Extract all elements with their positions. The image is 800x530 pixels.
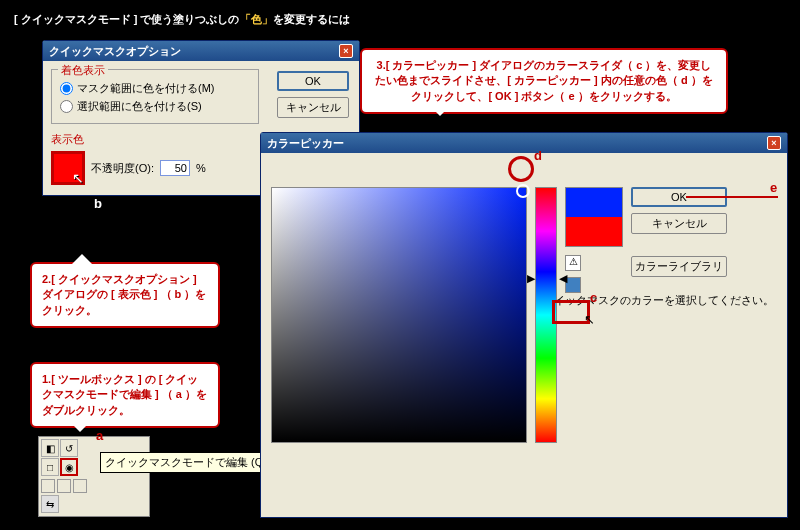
annotation-c-cursor: ↖ bbox=[584, 312, 595, 327]
radio-masked-input[interactable] bbox=[60, 82, 73, 95]
quick-mask-mode-button[interactable]: ◉ bbox=[60, 458, 78, 476]
radio-masked-label: マスク範囲に色を付ける(M) bbox=[77, 81, 215, 96]
quick-mask-tooltip: クイックマスクモードで編集 (Q) bbox=[100, 452, 272, 473]
color-picker-dialog: カラーピッカー × クイックマスクのカラーを選択してください。 ▶◀ ⚠ OK … bbox=[260, 132, 788, 518]
color-libraries-button[interactable]: カラーライブラリ bbox=[631, 256, 727, 277]
callout-2: 2.[ クイックマスクオプション ] ダイアログの [ 表示色 ] （ b ）を… bbox=[30, 262, 220, 328]
toolbox: ◧ ↺ □ ◉ ⇆ bbox=[38, 436, 150, 517]
color-field[interactable] bbox=[271, 187, 527, 443]
radio-selected-areas[interactable]: 選択範囲に色を付ける(S) bbox=[60, 99, 250, 114]
color-swatch[interactable] bbox=[51, 151, 85, 185]
picker-cancel-button[interactable]: キャンセル bbox=[631, 213, 727, 234]
screen-mode-1-icon[interactable] bbox=[41, 479, 55, 493]
gamut-warning-icon[interactable]: ⚠ bbox=[565, 255, 581, 271]
default-colors-icon[interactable]: ↺ bbox=[60, 439, 78, 457]
qmask-cancel-button[interactable]: キャンセル bbox=[277, 97, 349, 118]
badge-c: c bbox=[590, 290, 597, 305]
opacity-input[interactable] bbox=[160, 160, 190, 176]
standard-mode-button[interactable]: □ bbox=[41, 458, 59, 476]
screen-mode-3-icon[interactable] bbox=[73, 479, 87, 493]
new-color-swatch bbox=[566, 188, 622, 217]
websafe-warning-icon[interactable] bbox=[565, 277, 581, 293]
badge-d: d bbox=[534, 148, 542, 163]
radio-masked-areas[interactable]: マスク範囲に色を付ける(M) bbox=[60, 81, 250, 96]
display-color-label: 表示色 bbox=[51, 132, 259, 147]
color-preview bbox=[565, 187, 623, 247]
picker-close-icon[interactable]: × bbox=[767, 136, 781, 150]
callout-1: 1.[ ツールボックス ] の [ クイックマスクモードで編集 ] （ a ）を… bbox=[30, 362, 220, 428]
radio-selected-label: 選択範囲に色を付ける(S) bbox=[77, 99, 202, 114]
radio-selected-input[interactable] bbox=[60, 100, 73, 113]
jump-to-imageready-button[interactable]: ⇆ bbox=[41, 495, 59, 513]
callout-3: 3.[ カラーピッカー ] ダイアログのカラースライダ（ c ）を、変更したい色… bbox=[360, 48, 728, 114]
qmask-title: クイックマスクオプション bbox=[49, 44, 181, 59]
close-icon[interactable]: × bbox=[339, 44, 353, 58]
annotation-e-underline bbox=[686, 196, 778, 198]
badge-b: b bbox=[94, 196, 102, 211]
fg-bg-swatch[interactable]: ◧ bbox=[41, 439, 59, 457]
color-indicates-legend: 着色表示 bbox=[58, 63, 108, 78]
page-title-pre: [ クイックマスクモード ] で使う塗りつぶしの bbox=[14, 13, 240, 25]
badge-e: e bbox=[770, 180, 777, 195]
page-title-post: を変更するには bbox=[273, 13, 350, 25]
qmask-ok-button[interactable]: OK bbox=[277, 71, 349, 91]
picker-title: カラーピッカー bbox=[267, 136, 344, 151]
screen-mode-2-icon[interactable] bbox=[57, 479, 71, 493]
opacity-label: 不透明度(O): bbox=[91, 161, 154, 176]
color-field-cursor[interactable] bbox=[516, 184, 530, 198]
badge-a: a bbox=[96, 428, 103, 443]
annotation-d-ring bbox=[508, 156, 534, 182]
opacity-pct: % bbox=[196, 162, 206, 174]
hue-slider-thumb[interactable]: ▶◀ bbox=[527, 272, 567, 285]
current-color-swatch[interactable] bbox=[566, 217, 622, 246]
page-title-highlight: 「色」 bbox=[240, 13, 273, 25]
